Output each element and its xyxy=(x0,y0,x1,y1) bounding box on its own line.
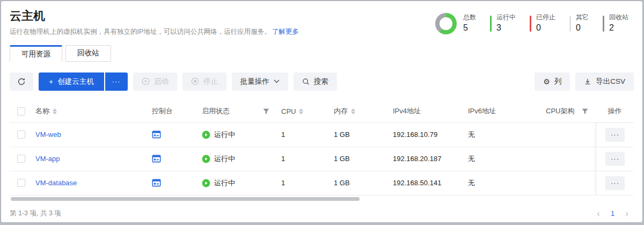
header-ipv6: IPv6地址 xyxy=(468,106,546,116)
header-cpu[interactable]: CPU xyxy=(281,107,334,115)
status-badge: 运行中 xyxy=(202,130,235,140)
row-more-actions-button[interactable]: ··· xyxy=(605,176,625,190)
row-ipv4-cell: 192.168.10.79 xyxy=(393,130,468,139)
instances-table: 名称 控制台 启用状态 CPU xyxy=(10,100,634,202)
row-more-actions-button[interactable]: ··· xyxy=(605,128,625,142)
header-name-label: 名称 xyxy=(35,106,49,116)
page-header-left: 云主机 运行在物理机上的虚拟机实例，具有独立的IP地址，可以访问公共网络，运行应… xyxy=(10,9,299,37)
sort-icon[interactable] xyxy=(53,108,57,114)
export-csv-label: 导出CSV xyxy=(596,77,625,86)
cpu-value: 1 xyxy=(281,155,285,163)
sort-icon[interactable] xyxy=(299,108,303,114)
learn-more-link[interactable]: 了解更多 xyxy=(272,28,299,35)
status-badge: 运行中 xyxy=(202,154,235,164)
header-console-label: 控制台 xyxy=(152,106,173,116)
ipv4-value: 192.168.10.79 xyxy=(393,130,437,139)
console-icon[interactable] xyxy=(152,154,161,163)
horizontal-scrollbar-thumb[interactable] xyxy=(11,197,360,201)
table-row: VM-app 运行中 xyxy=(10,147,634,171)
gear-icon: ⚙ xyxy=(543,78,550,85)
columns-button[interactable]: ⚙ 列 xyxy=(535,72,570,91)
search-button[interactable]: 搜索 xyxy=(294,72,337,91)
filter-icon[interactable] xyxy=(263,108,269,114)
table-row: VM-database xyxy=(10,171,634,195)
row-checkbox[interactable] xyxy=(17,130,25,139)
header-cpu-arch-label: CPU架构 xyxy=(546,106,574,116)
stop-label: 停止 xyxy=(203,77,218,86)
table-footer: 第 1-3 项, 共 3 项 ‹ 1 › xyxy=(10,202,634,223)
next-page-icon[interactable]: › xyxy=(625,209,628,218)
search-icon xyxy=(302,78,310,85)
refresh-icon xyxy=(17,77,26,86)
resource-stats: 总数 5 运行中 3 已停止 0 xyxy=(435,13,628,34)
row-ipv6-cell: 无 xyxy=(468,178,546,188)
stat-label: 回收站 xyxy=(609,13,628,22)
create-split-button: + 创建云主机 ··· xyxy=(39,72,128,91)
batch-actions-button[interactable]: 批量操作 xyxy=(232,72,288,91)
header-status-label: 启用状态 xyxy=(202,106,230,116)
create-instance-button[interactable]: + 创建云主机 xyxy=(39,72,104,91)
stat-recycle-texts: 回收站 2 xyxy=(609,13,628,33)
status-text: 运行中 xyxy=(214,154,235,164)
stat-total: 总数 5 xyxy=(435,13,476,34)
prev-page-icon[interactable]: ‹ xyxy=(597,209,600,218)
header-name[interactable]: 名称 xyxy=(35,106,145,116)
filter-icon[interactable] xyxy=(582,108,588,114)
stat-color-bar xyxy=(603,16,604,32)
stat-value: 3 xyxy=(496,23,516,34)
stat-stopped-texts: 已停止 0 xyxy=(536,13,555,33)
select-all-checkbox[interactable] xyxy=(17,107,25,115)
cloud-host-page: 云主机 运行在物理机上的虚拟机实例，具有独立的IP地址，可以访问公共网络，运行应… xyxy=(1,1,643,223)
refresh-button[interactable] xyxy=(10,72,33,91)
status-text: 运行中 xyxy=(214,178,235,188)
plus-icon: + xyxy=(49,78,53,85)
row-actions-cell: ··· xyxy=(596,171,634,195)
row-checkbox[interactable] xyxy=(17,155,25,163)
export-csv-button[interactable]: 导出CSV xyxy=(575,72,634,91)
stat-total-texts: 总数 5 xyxy=(463,13,476,33)
running-status-icon xyxy=(202,130,210,139)
header-ipv4: IPv4地址 xyxy=(393,106,468,116)
stat-label: 已停止 xyxy=(536,13,555,22)
header-memory[interactable]: 内存 xyxy=(334,106,393,116)
stat-label: 总数 xyxy=(463,13,476,22)
row-cpu-cell: 1 xyxy=(281,179,334,187)
row-name-cell: VM-database xyxy=(35,179,145,187)
ipv4-value: 192.168.20.187 xyxy=(393,155,441,163)
row-more-actions-button[interactable]: ··· xyxy=(605,152,625,166)
instance-name-link[interactable]: VM-app xyxy=(35,155,60,163)
row-cpu-cell: 1 xyxy=(281,155,334,163)
instance-name-link[interactable]: VM-web xyxy=(35,130,61,139)
columns-label: 列 xyxy=(554,77,562,86)
resource-tabs: 可用资源 回收站 xyxy=(10,45,642,62)
sort-icon[interactable] xyxy=(351,108,355,114)
tab-available-resources[interactable]: 可用资源 xyxy=(10,45,62,62)
header-ipv4-label: IPv4地址 xyxy=(393,106,421,116)
stat-value: 2 xyxy=(609,23,628,34)
stat-recycle-bin: 回收站 2 xyxy=(603,13,628,33)
horizontal-scrollbar xyxy=(10,197,634,202)
start-button[interactable]: 启动 xyxy=(133,72,177,91)
current-page-number[interactable]: 1 xyxy=(611,209,615,217)
ipv4-value: 192.168.50.141 xyxy=(393,179,441,187)
page-header: 云主机 运行在物理机上的虚拟机实例，具有独立的IP地址，可以访问公共网络，运行应… xyxy=(1,1,642,37)
create-instance-label: 创建云主机 xyxy=(57,77,94,86)
create-more-button[interactable]: ··· xyxy=(105,72,128,91)
ipv6-value: 无 xyxy=(468,154,475,164)
stat-other-texts: 其它 0 xyxy=(576,13,589,33)
stat-value: 5 xyxy=(463,23,476,34)
stop-button[interactable]: 停止 xyxy=(182,72,226,91)
tab-recycle-bin[interactable]: 回收站 xyxy=(65,45,111,62)
table-row: VM-web 运行中 xyxy=(10,123,634,147)
console-icon[interactable] xyxy=(152,130,161,139)
ipv6-value: 无 xyxy=(468,178,475,188)
tab-content: + 创建云主机 ··· 启动 停止 xyxy=(1,62,642,223)
page-title: 云主机 xyxy=(10,9,299,24)
instance-name-link[interactable]: VM-database xyxy=(35,179,77,187)
batch-actions-label: 批量操作 xyxy=(240,77,269,86)
console-icon[interactable] xyxy=(152,178,161,187)
table-header-row: 名称 控制台 启用状态 CPU xyxy=(10,100,634,123)
row-name-cell: VM-app xyxy=(35,155,145,163)
header-ipv6-label: IPv6地址 xyxy=(468,106,496,116)
row-checkbox[interactable] xyxy=(17,179,25,187)
